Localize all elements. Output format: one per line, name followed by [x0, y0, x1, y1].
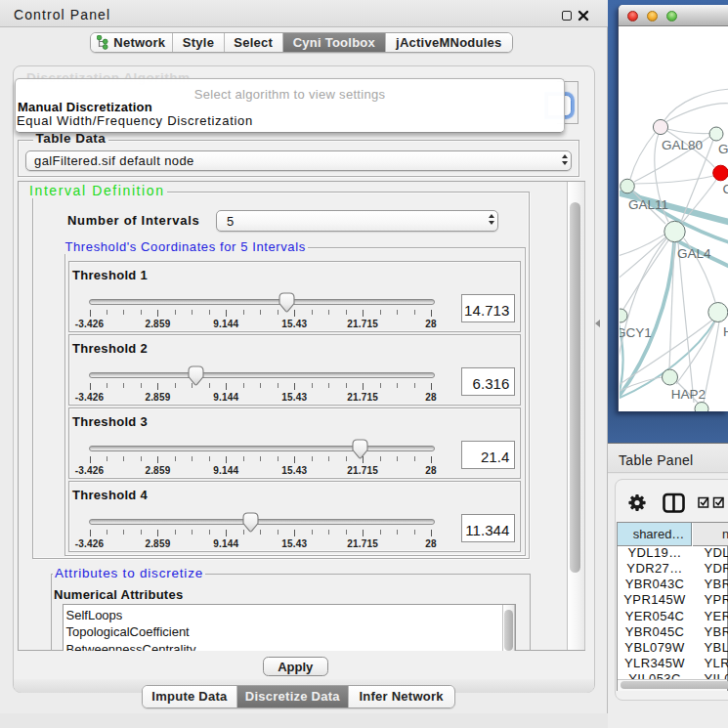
- svg-text:GAL11: GAL11: [628, 196, 668, 211]
- svg-text:H: H: [723, 323, 728, 338]
- svg-text:GAL4: GAL4: [677, 246, 711, 261]
- svg-text:GA: GA: [718, 142, 728, 156]
- svg-text:GAL80: GAL80: [662, 138, 703, 152]
- svg-text:C: C: [723, 182, 728, 196]
- svg-text:GCY1: GCY1: [620, 325, 652, 340]
- svg-text:HAP2: HAP2: [671, 387, 706, 402]
